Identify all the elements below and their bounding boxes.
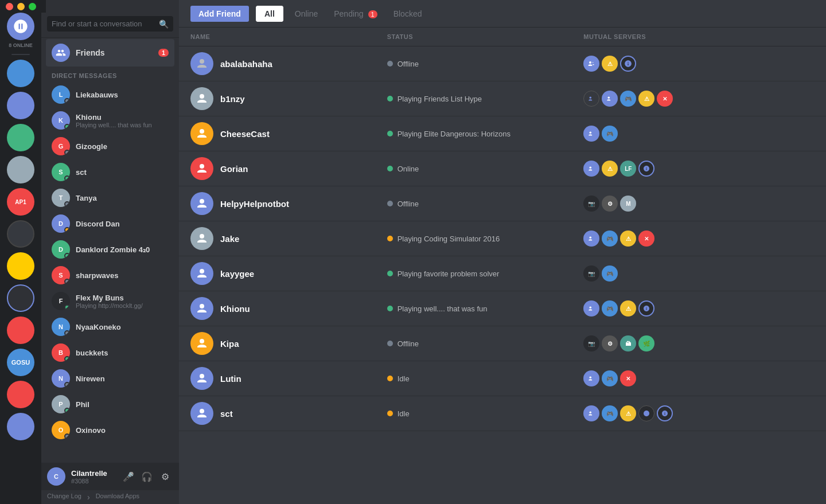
dm-name-sharpwaves: sharpwaves	[76, 271, 118, 280]
dm-item-tanya[interactable]: T Tanya	[46, 185, 174, 210]
server-icon-4[interactable]	[7, 156, 34, 183]
dm-item-nirewen[interactable]: N Nirewen	[46, 366, 174, 391]
friend-name-cell: b1nzy	[190, 87, 387, 110]
friend-avatar-abalabahaha	[190, 52, 213, 75]
tab-blocked[interactable]: Blocked	[389, 6, 427, 21]
dm-item-sct[interactable]: S sct	[46, 159, 174, 185]
maximize-button[interactable]	[29, 3, 36, 10]
server-icon-9[interactable]	[7, 381, 34, 408]
server-icon-2[interactable]	[7, 92, 34, 119]
dm-item-gizoogle[interactable]: G Gizoogle	[46, 134, 174, 159]
svg-point-12	[200, 269, 204, 274]
friend-avatar-gorian	[190, 157, 213, 180]
friend-row-b1nzy[interactable]: b1nzy Playing Friends List Hype 🎮 ⚠ ✕	[179, 81, 826, 116]
friend-row-cheesecast[interactable]: CheeseCast Playing Elite Dangerous: Hori…	[179, 116, 826, 151]
dm-item-phil[interactable]: P Phil	[46, 392, 174, 417]
mutual-icon	[583, 230, 599, 247]
col-name: NAME	[190, 33, 387, 40]
status-dot-helpy	[387, 201, 393, 206]
mutual-icon-cam: 📷	[583, 265, 599, 282]
friend-name-lutin: Lutin	[220, 374, 241, 384]
home-button[interactable]	[7, 13, 34, 40]
svg-point-14	[590, 307, 592, 309]
friend-row-abalabahaha[interactable]: abalabahaha Offline ⚠	[179, 46, 826, 81]
server-icon-1[interactable]	[7, 60, 34, 87]
friend-avatar-kayygee	[190, 262, 213, 285]
friend-row-gorian[interactable]: Gorian Online ⚠ LF	[179, 151, 826, 186]
dm-status-nirewen	[64, 382, 70, 388]
friend-name-gorian: Gorian	[220, 164, 248, 174]
server-icon-8[interactable]	[7, 317, 34, 344]
friend-name-cell: abalabahaha	[190, 52, 387, 75]
dm-user-info-liekabauws: Liekabauws	[76, 91, 118, 99]
mutual-icon-discord	[583, 126, 599, 142]
dm-item-khionu[interactable]: K Khionu Playing well.... that was fun	[46, 108, 174, 133]
dm-user-info-nyaakoneko: NyaaKoneko	[76, 323, 121, 331]
status-dot-jake	[387, 236, 393, 241]
close-button[interactable]	[6, 3, 13, 10]
download-apps-link[interactable]: Download Apps	[96, 493, 139, 502]
dm-item-buckkets[interactable]: B buckkets	[46, 340, 174, 365]
dm-user-info-nirewen: Nirewen	[76, 374, 105, 383]
dm-avatar-danklord: D	[52, 240, 70, 259]
mutual-icon-game: 🎮	[602, 265, 618, 282]
search-input[interactable]	[47, 16, 173, 32]
col-actions	[780, 33, 815, 40]
tab-all[interactable]: All	[256, 6, 283, 22]
status-dot-khionu	[387, 306, 393, 311]
friend-row-lutin[interactable]: Lutin Idle 🎮 ✕	[179, 361, 826, 396]
server-icon-gosu[interactable]: GOSU	[7, 349, 34, 376]
dm-name-sct: sct	[76, 168, 87, 177]
server-icon-7[interactable]	[7, 284, 34, 312]
deafen-button[interactable]: 🎧	[139, 468, 155, 485]
server-icon-10[interactable]	[7, 413, 34, 440]
server-icon-ap1[interactable]: AP1	[7, 188, 34, 216]
friend-avatar-khionu	[190, 297, 213, 320]
friend-row-jake[interactable]: Jake Playing Coding Simulator 2016 🎮 ⚠ ✕	[179, 221, 826, 256]
dm-item-sharpwaves[interactable]: S sharpwaves	[46, 263, 174, 288]
add-friend-button[interactable]: Add Friend	[190, 6, 249, 22]
friend-row-sct[interactable]: sct Idle 🎮 ⚠	[179, 396, 826, 431]
svg-point-3	[590, 97, 592, 99]
dm-item-liekabauws[interactable]: L Liekabauws	[46, 82, 174, 107]
dm-item-danklord[interactable]: D Danklord Zombie 4₂0	[46, 237, 174, 262]
settings-button[interactable]: ⚙	[157, 468, 173, 485]
server-icon-3[interactable]	[7, 124, 34, 151]
friend-status-kipa: Offline	[387, 339, 584, 348]
dm-name-flexmybuns: Flex My Buns	[76, 294, 143, 302]
dm-item-discorddan[interactable]: D Discord Dan	[46, 211, 174, 236]
pending-badge: 1	[368, 10, 377, 18]
friend-name-khionu: Khionu	[220, 304, 250, 314]
tab-pending[interactable]: Pending 1	[329, 6, 381, 21]
mute-button[interactable]: 🎤	[120, 468, 137, 485]
friends-label: Friends	[76, 48, 105, 57]
minimize-button[interactable]	[17, 3, 25, 10]
dm-status-buckkets	[64, 356, 70, 362]
tab-online[interactable]: Online	[290, 6, 322, 21]
dm-name-phil: Phil	[76, 400, 89, 409]
dm-item-nyaakoneko[interactable]: N NyaaKoneko	[46, 314, 174, 339]
mutual-servers-b1nzy: 🎮 ⚠ ✕	[583, 91, 780, 107]
svg-point-7	[200, 164, 204, 169]
mutual-icon-discord	[602, 91, 618, 107]
friend-row-kipa[interactable]: Kipa Offline 📷 ⚙ 🏔 🌿	[179, 326, 826, 361]
mutual-icon-warning: ⚠	[620, 300, 636, 317]
friend-row-khionu[interactable]: Khionu Playing well.... that was fun 🎮 ⚠	[179, 291, 826, 326]
dm-item-flexmybuns[interactable]: F Flex My Buns Playing http://mocklt.gg/	[46, 288, 174, 314]
dm-user-info-sharpwaves: sharpwaves	[76, 271, 118, 280]
change-log-link[interactable]: Change Log	[47, 493, 81, 502]
friend-row-helpy[interactable]: HelpyHelpnotbot Offline 📷 ⚙ M	[179, 186, 826, 221]
dm-item-oxinovo[interactable]: O Oxinovo	[46, 417, 174, 443]
friend-row-kayygee[interactable]: kayygee Playing favorite problem solver …	[179, 256, 826, 291]
friend-name-abalabahaha: abalabahaha	[220, 59, 272, 69]
user-panel: C Cilantrelle #3088 🎤 🎧 ⚙	[41, 463, 179, 490]
mutual-icon-game: 🎮	[620, 91, 636, 107]
user-name: Cilantrelle	[71, 469, 118, 478]
friends-nav-item[interactable]: Friends 1	[46, 39, 174, 67]
friend-status-gorian: Online	[387, 165, 584, 173]
dm-name-nyaakoneko: NyaaKoneko	[76, 323, 121, 331]
server-icon-6[interactable]	[7, 252, 34, 280]
server-icon-5[interactable]	[7, 220, 34, 248]
friend-avatar-sct	[190, 402, 213, 425]
mutual-icon-info	[657, 405, 673, 421]
